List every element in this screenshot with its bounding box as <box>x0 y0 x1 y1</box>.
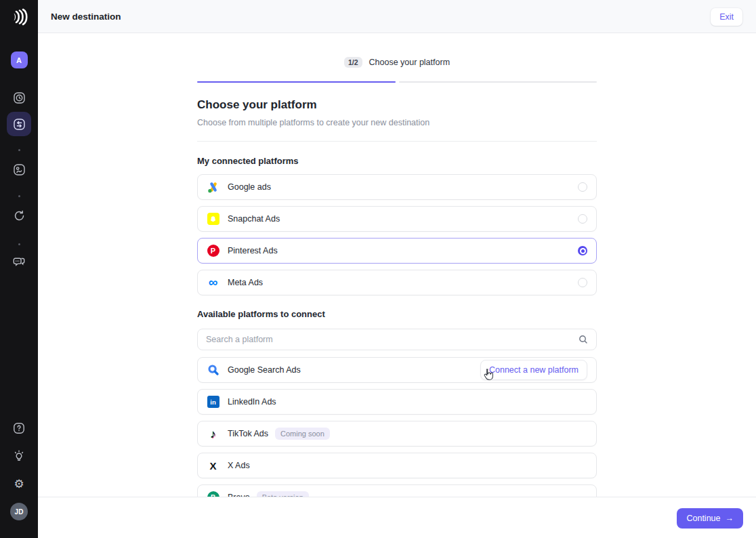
coming-soon-badge: Coming soon <box>275 428 330 440</box>
sidebar-item-syncs[interactable] <box>7 207 31 224</box>
platform-row-tiktok-ads[interactable]: ♪ TikTok Ads Coming soon <box>197 421 597 447</box>
wizard-header: New destination Exit <box>38 0 756 33</box>
step-indicator: 1/2 Choose your platform <box>197 57 597 68</box>
google-ads-icon <box>207 181 219 194</box>
continue-button[interactable]: Continue → <box>677 508 743 529</box>
platform-label: Google ads <box>228 182 271 192</box>
tiktok-icon: ♪ <box>207 428 219 440</box>
sidebar-dot-divider <box>18 243 20 245</box>
meta-icon: ∞ <box>207 276 219 289</box>
platform-row-x-ads[interactable]: X X Ads <box>197 453 597 478</box>
section-title: Choose your platform <box>197 98 597 112</box>
progress-segment-todo <box>399 81 597 83</box>
linkedin-icon: in <box>207 396 219 409</box>
radio-selected[interactable] <box>578 246 587 255</box>
search-icon <box>579 335 588 344</box>
platform-search[interactable] <box>197 329 597 350</box>
sidebar-item-audiences[interactable] <box>7 89 31 106</box>
radio-unselected[interactable] <box>578 214 587 224</box>
platform-row-linkedin-ads[interactable]: in LinkedIn Ads <box>197 389 597 415</box>
pinterest-icon: P <box>207 245 219 257</box>
brevo-icon: B <box>207 491 219 497</box>
settings-gear-icon[interactable]: ⚙ <box>7 476 31 492</box>
google-search-ads-icon <box>207 364 219 377</box>
divider <box>197 141 597 142</box>
platform-row-google-search-ads[interactable]: Google Search Ads Connect a new platform <box>197 357 597 383</box>
sidebar-item-messages[interactable] <box>7 253 31 270</box>
progress-segment-done <box>197 81 396 83</box>
sidebar-dot-divider <box>18 149 20 151</box>
workspace-avatar[interactable]: A <box>11 51 28 68</box>
platform-label: Pinterest Ads <box>228 246 278 255</box>
wizard-footer: Continue → <box>38 497 756 538</box>
platform-label: X Ads <box>228 461 250 470</box>
available-platforms-heading: Available platforms to connect <box>197 309 597 319</box>
platform-label: Google Search Ads <box>228 365 301 375</box>
step-label: Choose your platform <box>369 58 450 67</box>
section-subtitle: Choose from multiple platforms to create… <box>197 118 597 127</box>
connected-platforms-heading: My connected platforms <box>197 156 597 166</box>
platform-option-snapchat-ads[interactable]: Snapchat Ads <box>197 206 597 232</box>
step-count-badge: 1/2 <box>344 57 362 68</box>
app-logo-icon <box>9 7 29 27</box>
radio-unselected[interactable] <box>578 182 587 192</box>
arrow-right-icon: → <box>726 514 734 523</box>
beta-version-badge: Beta version <box>257 491 309 497</box>
user-avatar[interactable]: JD <box>10 503 28 520</box>
platform-option-meta-ads[interactable]: ∞ Meta Ads <box>197 270 597 295</box>
platform-label: LinkedIn Ads <box>228 397 276 407</box>
radio-unselected[interactable] <box>578 278 587 287</box>
page-title: New destination <box>51 12 121 22</box>
connect-new-platform-button[interactable]: Connect a new platform <box>480 360 587 380</box>
help-icon[interactable] <box>7 420 31 436</box>
wizard-body: 1/2 Choose your platform Choose your pla… <box>38 33 756 497</box>
platform-label: TikTok Ads <box>228 429 268 438</box>
sidebar-item-flows[interactable] <box>7 161 31 178</box>
platform-row-brevo[interactable]: B Brevo Beta version <box>197 484 597 497</box>
progress-bar <box>197 81 597 83</box>
available-platforms-list: Google Search Ads Connect a new platform… <box>197 357 597 497</box>
platform-label: Snapchat Ads <box>228 214 280 224</box>
sidebar-item-destinations[interactable] <box>7 112 31 136</box>
continue-label: Continue <box>686 514 720 523</box>
snapchat-icon <box>207 213 219 226</box>
x-icon: X <box>207 459 219 472</box>
platform-option-google-ads[interactable]: Google ads <box>197 174 597 200</box>
connected-platforms-list: Google ads Snapchat Ads <box>197 174 597 295</box>
exit-button[interactable]: Exit <box>711 8 742 26</box>
search-input[interactable] <box>206 335 579 344</box>
platform-label: Meta Ads <box>228 278 263 287</box>
new-destination-wizard: A <box>0 0 756 538</box>
platform-option-pinterest-ads[interactable]: P Pinterest Ads <box>197 238 597 264</box>
ideas-icon[interactable] <box>7 448 31 464</box>
sidebar-dot-divider <box>18 195 20 197</box>
sidebar: A <box>0 0 38 538</box>
